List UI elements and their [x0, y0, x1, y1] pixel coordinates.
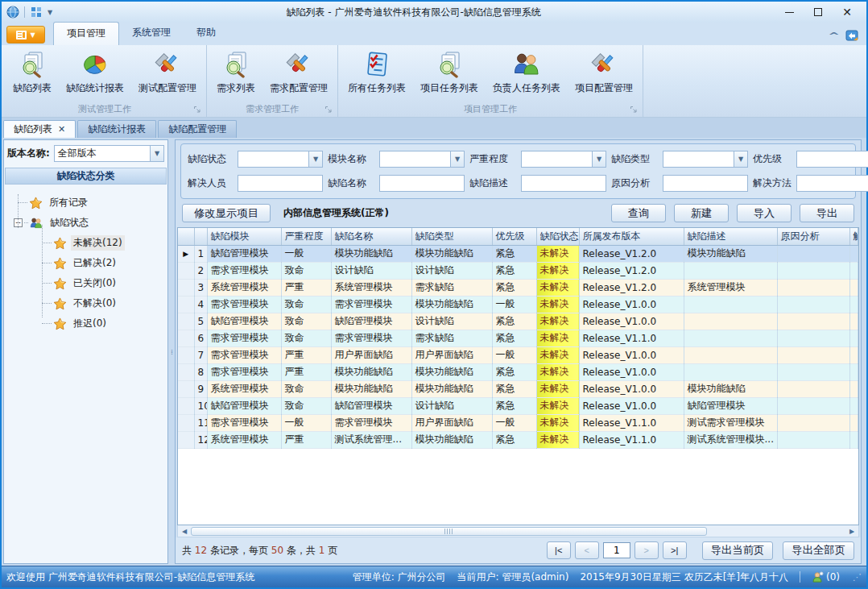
column-header-严重程度[interactable]: 严重程度 — [281, 228, 331, 245]
table-row[interactable]: 5缺陷管理模块致命缺陷管理模块设计缺陷紧急未解决Release_V1.0.0 — [178, 313, 858, 330]
collapse-ribbon-icon[interactable]: ^ — [828, 31, 840, 41]
table-row[interactable]: 6需求管理模块致命需求管理模块需求缺陷紧急未解决Release_V1.1.0 — [178, 330, 858, 346]
column-header-缺陷名称[interactable]: 缺陷名称 — [331, 228, 411, 245]
table-row[interactable]: 10缺陷管理模块致命缺陷管理模块设计缺陷紧急未解决Release_V1.0.0缺… — [178, 397, 858, 414]
column-header-缺陷类型[interactable]: 缺陷类型 — [411, 228, 492, 245]
doc-tab-缺陷统计报表[interactable]: 缺陷统计报表 — [77, 120, 156, 138]
ribbon-tab-系统管理[interactable]: 系统管理 — [119, 22, 184, 45]
online-users-badge[interactable]: (0) — [812, 571, 840, 583]
table-row[interactable]: 11需求管理模块一般需求管理模块用户界面缺陷一般未解决Release_V1.1.… — [178, 414, 858, 431]
tree-item-已解决(2)[interactable]: 已解决(2) — [4, 253, 167, 273]
table-row[interactable]: ▶1缺陷管理模块一般模块功能缺陷模块功能缺陷紧急未解决Release_V1.2.… — [178, 245, 858, 262]
version-dropdown-arrow[interactable]: ▼ — [150, 146, 163, 161]
filter-field-缺陷名称[interactable] — [380, 176, 464, 191]
version-combobox[interactable]: 全部版本 ▼ — [54, 145, 164, 162]
filter-combobox-优先级[interactable]: ▼ — [796, 151, 868, 168]
dropdown-arrow-icon[interactable]: ▼ — [308, 151, 322, 167]
next-page-button[interactable]: > — [634, 541, 659, 559]
scroll-right-arrow-icon[interactable]: ▶ — [846, 528, 858, 535]
filter-input-缺陷名称[interactable] — [379, 175, 465, 192]
filter-field-缺陷类型[interactable] — [663, 151, 734, 167]
first-page-button[interactable]: |< — [547, 541, 571, 559]
table-row[interactable]: 4需求管理模块致命需求管理模块模块功能缺陷一般未解决Release_V1.0.0 — [178, 296, 858, 313]
ribbon-button-需求配置管理[interactable]: 需求配置管理 — [262, 48, 335, 97]
scrollbar-thumb[interactable] — [191, 527, 707, 536]
export-current-page-button[interactable]: 导出当前页 — [702, 541, 774, 560]
tree-item-不解决(0)[interactable]: 不解决(0) — [4, 293, 167, 313]
table-row[interactable]: 3系统管理模块严重系统管理模块需求缺陷紧急未解决Release_V1.2.0系统… — [178, 279, 858, 296]
ribbon-button-缺陷统计报表[interactable]: 缺陷统计报表 — [59, 48, 131, 97]
layout-style-icon[interactable] — [30, 6, 43, 19]
ribbon-button-所有任务列表[interactable]: 所有任务列表 — [341, 48, 413, 97]
horizontal-scrollbar[interactable]: ◀ ▶ — [177, 525, 859, 537]
filter-field-优先级[interactable] — [797, 151, 868, 167]
doc-tab-缺陷列表[interactable]: 缺陷列表✕ — [3, 120, 76, 138]
layout-style-dropdown-arrow[interactable]: ▼ — [48, 9, 52, 16]
filter-field-原因分析[interactable] — [663, 176, 747, 191]
dropdown-arrow-icon[interactable]: ▼ — [450, 151, 464, 167]
table-row[interactable]: 9系统管理模块致命模块功能缺陷模块功能缺陷紧急未解决Release_V1.0.0… — [178, 380, 858, 397]
export-all-pages-button[interactable]: 导出全部页 — [783, 541, 854, 560]
tree-item-缺陷状态[interactable]: −缺陷状态 — [4, 213, 167, 233]
column-header-优先级[interactable]: 优先级 — [492, 228, 536, 245]
new-button[interactable]: 新建 — [674, 204, 729, 222]
column-header-缺陷模块[interactable]: 缺陷模块 — [207, 228, 281, 245]
filter-combobox-模块名称[interactable]: ▼ — [379, 151, 465, 168]
column-header-原因分析[interactable]: 原因分析 — [777, 228, 849, 245]
application-menu-button[interactable]: ▼ — [6, 26, 45, 44]
export-button[interactable]: 导出 — [800, 204, 854, 222]
ribbon-tab-项目管理[interactable]: 项目管理 — [53, 22, 119, 45]
filter-field-缺陷状态[interactable] — [238, 151, 308, 167]
ribbon-tab-帮助[interactable]: 帮助 — [184, 22, 229, 45]
filter-field-解决方法[interactable] — [797, 176, 868, 191]
table-row[interactable]: 2需求管理模块致命设计缺陷设计缺陷紧急未解决Release_V1.2.0 — [178, 262, 858, 279]
minimize-button[interactable] — [775, 3, 804, 21]
column-header-缺陷状态[interactable]: 缺陷状态 — [536, 228, 579, 245]
filter-input-缺陷描述[interactable] — [521, 175, 606, 192]
column-header-解决方法[interactable]: 解决方法 — [849, 228, 858, 245]
ribbon-button-项目任务列表[interactable]: 项目任务列表 — [413, 48, 486, 97]
filter-field-缺陷描述[interactable] — [522, 176, 606, 191]
tree-item-所有记录[interactable]: 所有记录 — [4, 193, 167, 213]
doc-tab-缺陷配置管理[interactable]: 缺陷配置管理 — [158, 120, 237, 138]
last-page-button[interactable]: >| — [663, 541, 687, 559]
prev-page-button[interactable]: < — [575, 541, 599, 559]
tree-item-推迟(0)[interactable]: 推迟(0) — [4, 313, 167, 334]
filter-combobox-缺陷状态[interactable]: ▼ — [238, 151, 323, 168]
sidebar-splitter[interactable]: ⁞ — [168, 138, 175, 566]
column-header-缺陷描述[interactable]: 缺陷描述 — [684, 228, 777, 245]
dialog-launcher-icon[interactable] — [324, 106, 333, 114]
ribbon-button-测试配置管理[interactable]: 测试配置管理 — [131, 48, 204, 97]
dialog-launcher-icon[interactable] — [193, 106, 201, 114]
ribbon-button-缺陷列表[interactable]: 缺陷列表 — [6, 48, 59, 97]
dialog-launcher-icon[interactable] — [630, 106, 638, 114]
filter-input-原因分析[interactable] — [663, 175, 748, 192]
filter-combobox-严重程度[interactable]: ▼ — [521, 151, 606, 168]
column-header-所属发布版本[interactable]: 所属发布版本 — [579, 228, 684, 245]
filter-field-解决人员[interactable] — [238, 176, 322, 191]
maximize-button[interactable] — [804, 3, 833, 21]
modify-display-items-button[interactable]: 修改显示项目 — [182, 204, 271, 222]
filter-input-解决方法[interactable] — [796, 175, 868, 192]
filter-combobox-缺陷类型[interactable]: ▼ — [663, 151, 748, 168]
ribbon-button-负责人任务列表[interactable]: 负责人任务列表 — [486, 48, 568, 97]
style-switch-icon[interactable] — [845, 29, 858, 42]
filter-input-解决人员[interactable] — [238, 175, 323, 192]
ribbon-button-项目配置管理[interactable]: 项目配置管理 — [568, 48, 640, 97]
dropdown-arrow-icon[interactable]: ▼ — [734, 151, 747, 167]
table-row[interactable]: 7需求管理模块严重用户界面缺陷用户界面缺陷一般未解决Release_V1.0.0 — [178, 346, 858, 363]
filter-field-严重程度[interactable] — [522, 151, 592, 167]
dropdown-arrow-icon[interactable]: ▼ — [592, 151, 606, 167]
query-button[interactable]: 查询 — [611, 204, 666, 222]
table-row[interactable]: 12系统管理模块严重测试系统管理...模块功能缺陷紧急未解决Release_V1… — [178, 431, 858, 448]
page-number-input[interactable] — [603, 542, 630, 558]
tree-item-未解决(12)[interactable]: 未解决(12) — [4, 233, 167, 253]
scroll-left-arrow-icon[interactable]: ◀ — [179, 528, 190, 535]
filter-field-模块名称[interactable] — [380, 151, 450, 167]
import-button[interactable]: 导入 — [737, 204, 792, 222]
table-row[interactable]: 8需求管理模块严重模块功能缺陷模块功能缺陷紧急未解决Release_V1.0.0 — [178, 363, 858, 380]
ribbon-button-需求列表[interactable]: 需求列表 — [209, 48, 262, 97]
close-button[interactable]: ✕ — [833, 3, 862, 21]
tree-item-已关闭(0)[interactable]: 已关闭(0) — [4, 273, 167, 293]
tab-close-icon[interactable]: ✕ — [58, 124, 65, 135]
